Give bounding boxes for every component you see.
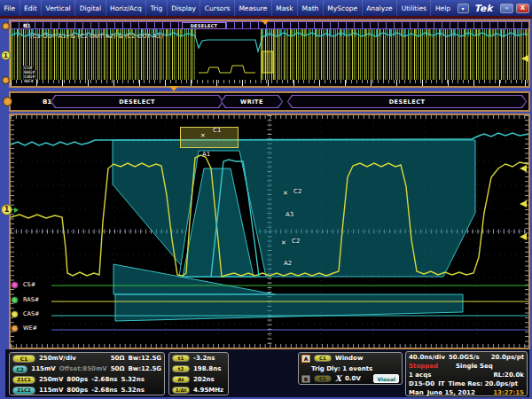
menu-myscope[interactable]: MyScope <box>324 0 363 16</box>
bus-trigger-position-marker <box>169 86 178 91</box>
zone-label-c2-bottom: C2 <box>292 238 300 245</box>
zone-label-a2: A2 <box>284 260 292 267</box>
zone-marker-icon[interactable]: ✕ <box>281 239 286 246</box>
ch1-ground-marker[interactable]: 1 <box>1 204 12 215</box>
menu-measure[interactable]: Measure <box>235 0 272 16</box>
overview-ch1-marker[interactable]: 1 <box>1 51 11 60</box>
digital-bus-range: D15-D0 <box>409 380 434 387</box>
bus-segment: WRITE <box>221 95 283 108</box>
overview-digital-label-we: WE# <box>23 79 35 83</box>
menu-overflow-button[interactable]: ▾ <box>458 4 469 13</box>
digital-label-cs: CS# <box>23 281 35 288</box>
oscilloscope-screen: File Edit Vertical Digital Horiz/Acq Tri… <box>0 0 532 399</box>
zoom1-ch2-badge[interactable]: Z1C2 <box>12 387 35 395</box>
date: June 15, 2012 <box>427 389 475 396</box>
menu-math[interactable]: Math <box>298 0 324 16</box>
minimize-button[interactable]: – <box>500 4 513 13</box>
cursor-t1-badge[interactable]: t1 <box>172 355 190 362</box>
trigger-mode: Man <box>409 389 424 396</box>
menu-utilities[interactable]: Utilities <box>397 0 431 16</box>
digital-label-cas: CAS# <box>23 310 40 317</box>
menu-trig[interactable]: Trig <box>146 0 167 16</box>
zoom1-ch1-delay: -2.68ns <box>91 376 117 383</box>
digital-label-we: WE# <box>23 325 37 332</box>
right-reference-arrow[interactable] <box>520 165 527 172</box>
bus-segment-label: DESELECT <box>51 96 223 107</box>
horizontal-scale: 40.0ns/div <box>409 354 445 361</box>
overview-right-reference-arrow[interactable] <box>521 55 528 62</box>
cursor-t1-value: -3.2ns <box>193 355 215 362</box>
trigger-a-icon: A <box>301 355 310 363</box>
digital-d-cs-badge[interactable] <box>11 281 19 289</box>
menu-vertical[interactable]: Vertical <box>42 0 75 16</box>
menu-bar: File Edit Vertical Digital Horiz/Acq Tri… <box>0 0 532 16</box>
menu-mask[interactable]: Mask <box>272 0 298 16</box>
trigger-a-source-badge[interactable]: C1 <box>314 355 332 362</box>
right-reference-arrow[interactable] <box>520 200 527 207</box>
trigger-level: 0.0V <box>345 375 361 382</box>
overview-traces <box>11 21 528 86</box>
menu-file[interactable]: File <box>0 0 20 16</box>
digital-label-ras: RAS# <box>23 296 39 303</box>
overview-digital-marker[interactable] <box>2 76 10 84</box>
visual-trigger-equation: (C1 OUT A1) & (C2 OUT A2) & (C2 OUT A3) <box>30 33 163 40</box>
zone-label-c2-top: C2 <box>293 188 301 195</box>
ch2-badge[interactable]: C2 <box>12 365 27 373</box>
bus-segment-label: WRITE <box>222 96 282 107</box>
zoom1-ch2-scale: 115mV <box>39 387 63 394</box>
bus-decode-window: B1 DESELECT WRITE DESELECT <box>9 91 530 112</box>
zone-marker-icon[interactable]: ✕ <box>283 190 288 197</box>
cursor-t2-value: 198.8ns <box>193 365 221 372</box>
cursor-t2-badge[interactable]: t2 <box>172 365 190 372</box>
zoom1-ch1-scale: 250mV <box>39 376 63 383</box>
vertical-readout-panel: C1 250mV/div 50Ω Bw:12.5G C2 115mV Offse… <box>9 352 165 395</box>
bus-segment: DESELECT <box>51 95 223 108</box>
main-waveform-window: ✕ C1 A1 ✕ C2 A3 ✕ C2 A2 CS# RAS# CAS# WE… <box>9 113 530 349</box>
level-crossing-icon: X <box>335 374 341 383</box>
menu-edit[interactable]: Edit <box>20 0 43 16</box>
sample-resolution: 20.0ps/pt <box>491 354 524 361</box>
zoom1-ch1-badge[interactable]: Z1C1 <box>12 376 35 384</box>
overview-bus-state-badge: DESELECT <box>182 22 226 29</box>
sample-rate: 50.0GS/s <box>449 354 480 361</box>
zone-c1-select-box[interactable] <box>180 127 239 148</box>
record-length: RL:20.0k <box>493 372 524 379</box>
trigger-a-type: Window <box>335 355 363 362</box>
acquisition-status: Stopped <box>409 363 438 370</box>
overview-window: B1 DESELECT (C1 OUT A1) & (C2 OUT A2) & … <box>9 20 530 88</box>
ch2-termination: 50Ω <box>111 365 125 372</box>
time-resolution: Time Res: 20.0ps/pt <box>449 380 519 387</box>
ch1-badge[interactable]: C1 <box>12 355 35 363</box>
ch2-scale: 115mV <box>31 365 55 372</box>
close-button[interactable]: X <box>516 4 529 13</box>
zoom1-ch2-position: 800ps <box>66 387 88 394</box>
bus-row-badge[interactable] <box>3 97 12 106</box>
zoom1-ch1-position: 800ps <box>66 376 88 383</box>
chevron-down-icon: ▾ <box>462 5 465 12</box>
acquisition-count: 1 acqs <box>409 372 431 379</box>
digital-d-we-badge[interactable] <box>11 325 19 332</box>
menu-cursors[interactable]: Cursors <box>200 0 235 16</box>
ch1-scale: 250mV/div <box>39 355 76 362</box>
cursor-dt-badge[interactable]: Δt <box>172 376 190 383</box>
digital-d-cas-badge[interactable] <box>11 310 19 318</box>
trigger-delay: Trig Dly: 1 events <box>311 365 372 372</box>
bus-segment: DESELECT <box>287 95 527 108</box>
menu-divider <box>0 16 532 19</box>
visual-trigger-button[interactable]: Visual <box>373 374 399 383</box>
menu-analyze[interactable]: Analyze <box>363 0 398 16</box>
digital-d-ras-badge[interactable] <box>11 296 19 304</box>
overview-group-marker[interactable] <box>2 22 10 30</box>
menu-horiz-acq[interactable]: Horiz/Acq <box>106 0 147 16</box>
menu-digital[interactable]: Digital <box>75 0 106 16</box>
overview-zoom-position-marker[interactable] <box>261 20 270 25</box>
menu-help[interactable]: Help <box>431 0 454 16</box>
zone-marker-icon[interactable]: ✕ <box>200 132 206 139</box>
ch2-bandwidth: Bw:12.5G <box>128 365 161 372</box>
trigger-b-source-badge[interactable]: C1 <box>314 375 332 382</box>
right-reference-arrow[interactable] <box>520 233 527 240</box>
menu-display[interactable]: Display <box>168 0 201 16</box>
cursor-inv-dt-badge[interactable]: 1/Δt <box>172 387 190 394</box>
ch2-offset: Offset:850mV <box>59 365 107 372</box>
zoom1-ch1-duration: 5.32ns <box>121 376 144 383</box>
